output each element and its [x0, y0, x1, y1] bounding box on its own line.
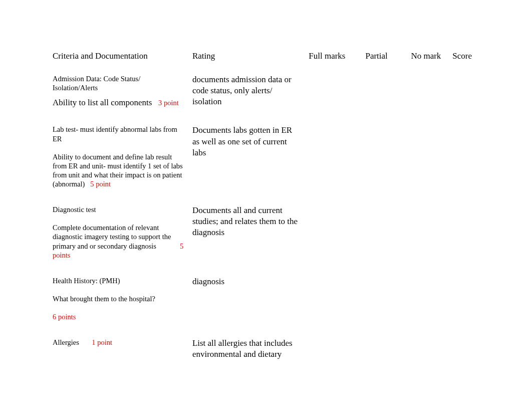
header-rating: Rating — [188, 46, 304, 67]
no-mark-cell — [407, 67, 448, 118]
table-row: Lab test- must identify abnormal labs fr… — [49, 118, 484, 198]
full-marks-cell — [305, 331, 361, 363]
score-cell — [448, 118, 484, 198]
criteria-title: Allergies 1 point — [53, 338, 184, 347]
criteria-points: 5 point — [90, 180, 111, 188]
no-mark-cell — [407, 331, 448, 363]
header-full: Full marks — [305, 46, 361, 67]
partial-cell — [361, 269, 407, 330]
criteria-cell: Lab test- must identify abnormal labs fr… — [49, 118, 188, 198]
table-row: Admission Data: Code Status/ Isolation/A… — [49, 67, 484, 118]
criteria-subtext: Ability to document and define lab resul… — [53, 152, 184, 189]
criteria-cell: Allergies 1 point — [49, 331, 188, 363]
criteria-title: Health History: (PMH) — [53, 276, 184, 285]
score-cell — [448, 269, 484, 330]
partial-cell — [361, 331, 407, 363]
criteria-subtext: Ability to list all components 3 point — [53, 97, 184, 108]
rating-text: List all allergies that includes environ… — [192, 338, 293, 359]
criteria-points: 3 point — [158, 99, 179, 107]
score-cell — [448, 331, 484, 363]
header-partial: Partial — [361, 46, 407, 67]
rating-cell: List all allergies that includes environ… — [188, 331, 304, 363]
rubric-table: Criteria and Documentation Rating Full m… — [48, 45, 484, 363]
partial-cell — [361, 118, 407, 198]
criteria-sub-lead: Ability to list all components — [53, 98, 152, 107]
rating-cell: diagnosis — [188, 269, 304, 330]
score-cell — [448, 198, 484, 269]
full-marks-cell — [305, 198, 361, 269]
criteria-subtext: Complete documentation of relevant diagn… — [53, 223, 184, 260]
score-cell — [448, 67, 484, 118]
full-marks-cell — [305, 269, 361, 330]
table-row: Health History: (PMH) What brought them … — [49, 269, 484, 330]
criteria-title: Admission Data: Code Status/ Isolation/A… — [53, 74, 184, 92]
full-marks-cell — [305, 118, 361, 198]
rating-cell: Documents labs gotten in ER as well as o… — [188, 118, 304, 198]
rating-cell: documents admission data or code status,… — [188, 67, 304, 118]
no-mark-cell — [407, 198, 448, 269]
partial-cell — [361, 198, 407, 269]
no-mark-cell — [407, 118, 448, 198]
criteria-cell: Admission Data: Code Status/ Isolation/A… — [49, 67, 188, 118]
rating-text: documents admission data or code status,… — [192, 75, 292, 106]
header-nomark: No mark — [407, 46, 448, 67]
criteria-points: 6 points — [53, 313, 76, 321]
full-marks-cell — [305, 67, 361, 118]
no-mark-cell — [407, 269, 448, 330]
criteria-subtext: What brought them to the hospital? — [53, 294, 184, 303]
criteria-cell: Health History: (PMH) What brought them … — [49, 269, 188, 330]
rating-text: Documents all and current studies; and r… — [192, 205, 298, 237]
criteria-cell: Diagnostic test Complete documentation o… — [49, 198, 188, 269]
rating-text: diagnosis — [192, 277, 224, 286]
criteria-title: Diagnostic test — [53, 205, 184, 214]
table-row: Allergies 1 point List all allergies tha… — [49, 331, 484, 363]
table-row: Diagnostic test Complete documentation o… — [49, 198, 484, 269]
rubric-page: Criteria and Documentation Rating Full m… — [0, 0, 532, 383]
criteria-sub-rest: Complete documentation of relevant diagn… — [53, 224, 171, 250]
rating-text: Documents labs gotten in ER as well as o… — [192, 125, 292, 157]
header-row: Criteria and Documentation Rating Full m… — [49, 46, 484, 67]
partial-cell — [361, 67, 407, 118]
header-criteria: Criteria and Documentation — [49, 46, 188, 67]
criteria-sub-rest: Ability to document and define lab resul… — [53, 153, 183, 188]
criteria-title-text: Allergies — [53, 338, 79, 346]
rating-cell: Documents all and current studies; and r… — [188, 198, 304, 269]
criteria-points: 1 point — [92, 338, 112, 346]
criteria-title: Lab test- must identify abnormal labs fr… — [53, 125, 184, 143]
rubric-body: Admission Data: Code Status/ Isolation/A… — [49, 67, 484, 363]
header-score: Score — [448, 46, 484, 67]
